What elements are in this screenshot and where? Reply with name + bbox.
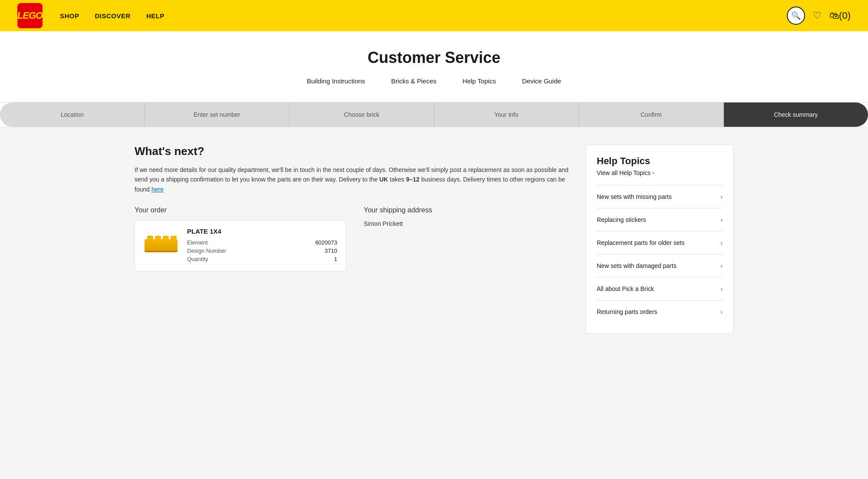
page-title: Customer Service xyxy=(9,49,859,67)
order-section: Your order PLATE 1X4 Element 6020073 Des… xyxy=(135,206,346,271)
nav-help[interactable]: HELP xyxy=(146,12,164,20)
order-name: PLATE 1X4 xyxy=(187,228,337,235)
whats-next-bold2: 9–12 xyxy=(406,176,419,183)
chevron-right-icon: › xyxy=(720,193,723,200)
step-confirm[interactable]: Confirm xyxy=(579,102,724,127)
cart-icon[interactable]: 🛍(0) xyxy=(829,10,851,21)
help-item-replacing-stickers[interactable]: Replacing stickers › xyxy=(597,208,723,231)
help-item-returning-parts-label: Returning parts orders xyxy=(597,308,657,315)
view-all-link[interactable]: View all Help Topics › xyxy=(597,169,723,176)
main-content: What's next? If we need more details for… xyxy=(108,127,760,351)
quantity-label: Quantity xyxy=(187,256,208,262)
service-nav-bricks[interactable]: Bricks & Pieces xyxy=(391,77,436,85)
whats-next-text-2: takes xyxy=(388,176,406,183)
step-location[interactable]: Location xyxy=(0,102,145,127)
help-item-damaged-parts[interactable]: New sets with damaged parts › xyxy=(597,254,723,277)
nav-shop[interactable]: SHOP xyxy=(60,12,79,20)
help-item-missing-parts[interactable]: New sets with missing parts › xyxy=(597,185,723,208)
wishlist-icon[interactable]: ♡ xyxy=(813,10,822,21)
element-value: 6020073 xyxy=(315,239,337,246)
step-check-summary[interactable]: Check summary xyxy=(724,102,868,127)
search-button[interactable]: 🔍 xyxy=(787,7,805,25)
order-section-label: Your order xyxy=(135,206,346,214)
chevron-right-icon-5: › xyxy=(720,285,723,292)
whats-next-title: What's next? xyxy=(135,145,575,158)
step-choose-brick[interactable]: Choose brick xyxy=(289,102,434,127)
service-nav-device[interactable]: Device Guide xyxy=(522,77,561,85)
help-item-pick-a-brick[interactable]: All about Pick a Brick › xyxy=(597,277,723,301)
help-item-replacing-stickers-label: Replacing stickers xyxy=(597,216,646,223)
steps-bar: Location Enter set number Choose brick Y… xyxy=(0,102,868,127)
service-nav-building[interactable]: Building Instructions xyxy=(307,77,365,85)
nav-discover[interactable]: DISCOVER xyxy=(95,12,131,20)
shipping-section: Your shipping address Simon Prickett xyxy=(364,206,575,271)
whats-next-text: If we need more details for our quality … xyxy=(135,165,575,194)
order-shipping-columns: Your order PLATE 1X4 Element 6020073 Des… xyxy=(135,206,575,284)
help-topics-card: Help Topics View all Help Topics › New s… xyxy=(586,145,733,334)
element-label: Element xyxy=(187,239,208,246)
left-panel: What's next? If we need more details for… xyxy=(135,145,575,284)
design-label: Design Number xyxy=(187,248,226,254)
brick-image xyxy=(144,233,178,259)
design-value: 3710 xyxy=(325,248,337,254)
view-all-chevron-icon: › xyxy=(652,170,654,176)
service-nav-help[interactable]: Help Topics xyxy=(463,77,496,85)
chevron-right-icon-3: › xyxy=(720,239,723,246)
header-actions: 🔍 ♡ 🛍(0) xyxy=(787,7,851,25)
brick-visual xyxy=(145,239,178,252)
step-set-number[interactable]: Enter set number xyxy=(145,102,290,127)
lego-logo[interactable]: LEGO xyxy=(17,3,43,28)
help-item-returning-parts[interactable]: Returning parts orders › xyxy=(597,301,723,323)
logo-text: LEGO xyxy=(17,10,43,21)
help-item-missing-parts-label: New sets with missing parts xyxy=(597,193,672,200)
chevron-right-icon-4: › xyxy=(720,262,723,269)
cart-count: (0) xyxy=(839,10,851,21)
quantity-value: 1 xyxy=(334,256,337,262)
help-item-replacement-older-label: Replacement parts for older sets xyxy=(597,239,684,246)
search-icon: 🔍 xyxy=(791,11,801,20)
header: LEGO SHOP DISCOVER HELP 🔍 ♡ 🛍(0) xyxy=(0,0,868,31)
help-item-replacement-older[interactable]: Replacement parts for older sets › xyxy=(597,231,723,254)
view-all-label: View all Help Topics xyxy=(597,169,651,176)
step-your-info[interactable]: Your Info xyxy=(434,102,579,127)
order-card: PLATE 1X4 Element 6020073 Design Number … xyxy=(135,220,346,271)
here-link[interactable]: here xyxy=(151,186,164,193)
page-title-section: Customer Service Building Instructions B… xyxy=(0,31,868,102)
main-nav: SHOP DISCOVER HELP xyxy=(60,12,164,20)
help-item-damaged-parts-label: New sets with damaged parts xyxy=(597,262,677,269)
right-panel: Help Topics View all Help Topics › New s… xyxy=(586,145,733,334)
help-item-pick-a-brick-label: All about Pick a Brick xyxy=(597,285,654,292)
shipping-section-label: Your shipping address xyxy=(364,206,575,214)
chevron-right-icon-2: › xyxy=(720,216,723,223)
order-design-row: Design Number 3710 xyxy=(187,248,337,254)
order-quantity-row: Quantity 1 xyxy=(187,256,337,262)
whats-next-bold: UK xyxy=(379,176,388,183)
help-topics-title: Help Topics xyxy=(597,155,723,167)
chevron-right-icon-6: › xyxy=(720,308,723,315)
order-details: PLATE 1X4 Element 6020073 Design Number … xyxy=(187,228,337,264)
shipping-name: Simon Prickett xyxy=(364,220,575,227)
service-nav: Building Instructions Bricks & Pieces He… xyxy=(9,77,859,93)
order-element-row: Element 6020073 xyxy=(187,239,337,246)
